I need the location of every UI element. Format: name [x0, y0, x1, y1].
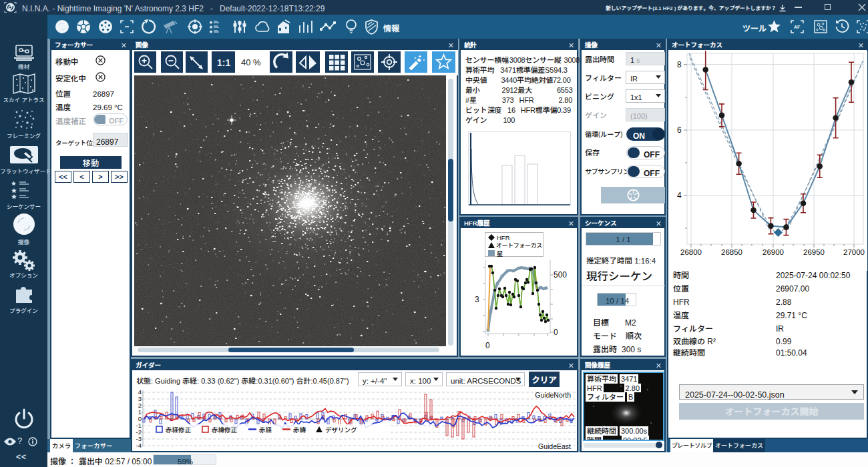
svg-text:0: 0 — [554, 328, 558, 337]
svg-text:赤緯: 赤緯 — [293, 425, 306, 434]
svg-text:26900: 26900 — [763, 248, 784, 256]
svg-text:0: 0 — [485, 341, 490, 350]
svg-text:赤経修正: 赤経修正 — [166, 425, 192, 434]
svg-text:1:1: 1:1 — [217, 57, 230, 68]
svg-text:500: 500 — [554, 270, 567, 280]
svg-text:26850: 26850 — [721, 248, 742, 256]
svg-text:8: 8 — [677, 60, 682, 69]
svg-text:26950: 26950 — [803, 248, 825, 256]
svg-text:27000: 27000 — [843, 248, 865, 256]
svg-text:GuideEast: GuideEast — [538, 442, 571, 450]
svg-text:3: 3 — [475, 295, 479, 304]
svg-text:-4: -4 — [136, 442, 142, 449]
svg-text:GuideNorth: GuideNorth — [535, 391, 571, 399]
svg-text:6: 6 — [677, 125, 682, 135]
svg-text:26800: 26800 — [680, 248, 702, 256]
svg-text:4: 4 — [677, 191, 682, 200]
svg-text:デザリング: デザリング — [325, 425, 357, 434]
svg-text:赤経: 赤経 — [259, 425, 272, 434]
svg-text:赤緯修正: 赤緯修正 — [212, 425, 238, 434]
svg-text:40 %: 40 % — [241, 57, 261, 67]
svg-text:AF: AF — [794, 25, 801, 29]
